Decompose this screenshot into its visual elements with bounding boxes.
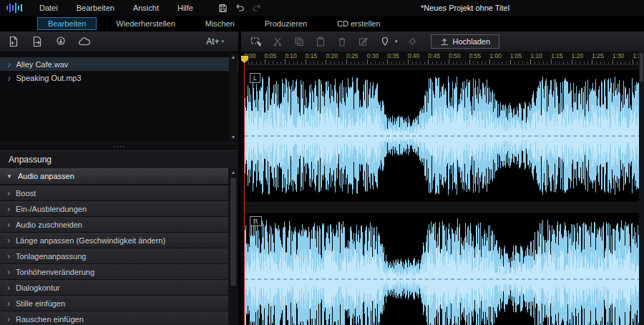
project-title: *Neues Projekt ohne Titel	[421, 0, 509, 16]
ruler-tick: 1:05	[510, 52, 531, 59]
adjust-item-label: Länge anpassen (Geschwindigkeit ändern)	[16, 236, 165, 245]
scrollbar-thumb[interactable]	[230, 178, 236, 286]
waveform-right[interactable]	[245, 213, 640, 325]
chevron-right-icon: ›	[7, 300, 10, 307]
file-name: Speaking Out.mp3	[16, 74, 82, 82]
save-icon[interactable]	[218, 4, 228, 13]
section-label: Audio anpassen	[18, 172, 74, 180]
list-item-audio-file[interactable]: ♪ Speaking Out.mp3	[0, 71, 238, 84]
upload-button[interactable]: Hochladen	[431, 34, 500, 49]
channel-label-left: L	[250, 73, 260, 83]
playhead-line[interactable]	[244, 57, 245, 325]
ruler-tick: 1:10	[530, 52, 551, 59]
redo-icon[interactable]	[252, 4, 262, 12]
adjust-item-label: Stille einfügen	[16, 299, 65, 308]
ruler-tick: 0:10	[285, 52, 306, 59]
adjust-item-label: Tonhöhenveränderung	[16, 268, 94, 276]
timeline-ruler[interactable]: 0:00 0:05 0:10 0:15 0:20 0:25 0:30 0:35 …	[244, 52, 644, 65]
channel-label-right: R	[250, 216, 262, 226]
ruler-tick: 1:30	[613, 52, 633, 59]
ruler-tick: 0:50	[449, 52, 469, 59]
waveform-editor: ▾ Hochladen 0:00 0:05 0:10 0:15 0:20 0:2…	[241, 31, 644, 325]
tab-cd-erstellen[interactable]: CD erstellen	[326, 17, 391, 30]
ruler-major-ticks	[244, 59, 644, 64]
music-note-icon: ♪	[7, 74, 11, 82]
download-from-web-icon[interactable]	[54, 35, 67, 48]
marker-dropdown-icon[interactable]: ▾	[395, 39, 398, 44]
menu-datei[interactable]: Datei	[30, 0, 67, 16]
chevron-right-icon: ›	[7, 237, 10, 244]
upload-icon	[440, 37, 449, 46]
chevron-right-icon: ›	[7, 190, 10, 197]
adjust-item-label: Audio zuschneiden	[16, 220, 82, 229]
ruler-tick: 1:00	[489, 52, 510, 59]
adjust-item-label: Tonlagenanpassung	[16, 252, 86, 261]
delete-icon[interactable]	[336, 35, 348, 48]
ruler-tick: 0:35	[387, 52, 408, 59]
adjust-item-label: Boost	[16, 189, 36, 198]
adjust-item-pitch[interactable]: › Tonhöhenveränderung	[0, 264, 228, 279]
waveform-left[interactable]	[245, 69, 640, 202]
section-audio-anpassen[interactable]: ▼ Audio anpassen	[0, 168, 228, 184]
menu-ansicht[interactable]: Ansicht	[124, 0, 168, 16]
scroll-up-icon[interactable]: ▲	[229, 54, 238, 61]
scrollbar-thumb[interactable]	[640, 53, 643, 82]
adjust-item-noise[interactable]: › Rauschen einfügen	[0, 311, 228, 325]
cloud-icon[interactable]	[78, 35, 91, 48]
adjust-list-scrollbar[interactable]: ▲	[229, 168, 238, 325]
panel-splitter-handle[interactable]: ····	[0, 143, 238, 150]
adjust-panel: ▼ Audio anpassen › Boost › Ein-/Ausblend…	[0, 168, 238, 325]
adjust-item-trim[interactable]: › Audio zuschneiden	[0, 217, 228, 232]
tab-wiederherstellen[interactable]: Wiederherstellen	[105, 17, 186, 30]
list-item-audio-file[interactable]: ♪ Alley Cafe.wav	[0, 57, 238, 71]
ruler-tick: 0:20	[326, 52, 346, 59]
ruler-tick: 0:45	[428, 52, 449, 59]
ruler-tick: 0:30	[367, 52, 388, 59]
adjust-item-label: Ein-/Ausblendungen	[16, 205, 87, 213]
upload-button-label: Hochladen	[453, 37, 491, 46]
quick-actions	[218, 4, 262, 13]
edit-icon[interactable]	[357, 35, 370, 48]
ruler-tick: 1:25	[592, 52, 613, 59]
chevron-right-icon: ›	[7, 284, 10, 291]
music-note-icon: ♪	[7, 60, 11, 69]
adjust-item-key[interactable]: › Tonlagenanpassung	[0, 248, 228, 263]
marker-icon[interactable]	[379, 35, 391, 48]
ruler-tick: 0:55	[469, 52, 490, 59]
triangle-expanded-icon: ▼	[6, 173, 12, 180]
chevron-right-icon: ›	[7, 221, 10, 228]
tab-produzieren[interactable]: Produzieren	[254, 17, 318, 30]
undo-icon[interactable]	[235, 4, 245, 12]
menu-bar: Datei Bearbeiten Ansicht Hilfe *Neues Pr…	[0, 0, 644, 16]
paste-icon[interactable]	[314, 35, 327, 48]
mode-tabbar: Bearbeiten Wiederherstellen Mischen Prod…	[0, 16, 644, 31]
range-select-tool-icon[interactable]	[250, 35, 263, 48]
menu-bearbeiten[interactable]: Bearbeiten	[67, 0, 124, 16]
app-window: Datei Bearbeiten Ansicht Hilfe *Neues Pr…	[0, 0, 644, 325]
file-list-scrollbar[interactable]: ▲ ▼	[229, 54, 238, 141]
chevron-right-icon: ›	[7, 253, 10, 260]
cut-icon[interactable]	[271, 35, 284, 48]
scroll-up-icon[interactable]: ▲	[229, 170, 238, 175]
adjust-item-dialog[interactable]: › Dialogkontur	[0, 280, 228, 295]
track-divider	[244, 203, 639, 212]
track-left-channel[interactable]: L	[244, 69, 639, 203]
adjust-item-boost[interactable]: › Boost	[0, 185, 228, 200]
editor-scrollbar[interactable]	[639, 52, 644, 325]
app-logo-icon	[6, 2, 24, 14]
adjust-item-length[interactable]: › Länge anpassen (Geschwindigkeit ändern…	[0, 233, 228, 248]
adjust-item-fades[interactable]: › Ein-/Ausblendungen	[0, 201, 228, 216]
tab-bearbeiten[interactable]: Bearbeiten	[37, 17, 97, 30]
track-right-channel[interactable]: R	[244, 212, 639, 325]
adjust-panel-title: Anpassung	[0, 150, 238, 168]
export-file-icon[interactable]	[31, 35, 44, 48]
copy-icon[interactable]	[293, 35, 306, 48]
tab-mischen[interactable]: Mischen	[195, 17, 245, 30]
effect-glow-icon[interactable]	[406, 35, 419, 48]
adjust-item-silence[interactable]: › Stille einfügen	[0, 296, 228, 311]
import-file-icon[interactable]	[7, 35, 20, 48]
text-tool-label: At+	[206, 37, 219, 47]
scroll-down-icon[interactable]: ▼	[229, 134, 238, 141]
text-to-speech-tool[interactable]: At+ ▾	[206, 37, 224, 47]
menu-hilfe[interactable]: Hilfe	[168, 0, 203, 16]
